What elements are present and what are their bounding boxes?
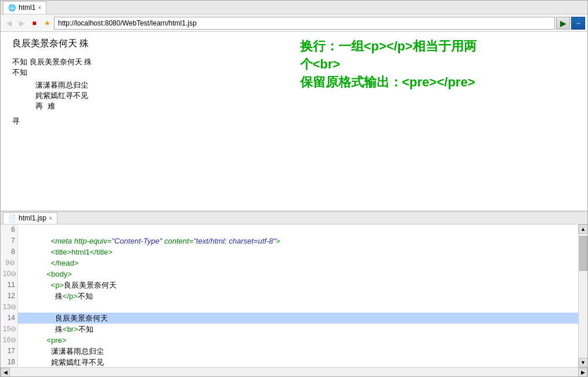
editor-tab-close[interactable]: × — [49, 215, 52, 222]
line-num-15: 15⊖ — [1, 324, 17, 335]
browser-content: 良辰美景奈何天 殊 不知 良辰美景奈何天 殊 不知 潇潇暮雨总归尘 姹紫嫣红寻不… — [12, 38, 576, 126]
p-tag: <p> — [46, 281, 64, 289]
body-tag: <body> — [46, 270, 71, 278]
code-line-16: 潇潇暮雨总归尘 — [18, 335, 578, 346]
editor-tab-bar: 📄 html1.jsp × — [1, 212, 587, 224]
line-num-12: 12 — [1, 291, 17, 302]
line-num-18: 18 — [1, 357, 17, 367]
address-bar[interactable] — [54, 17, 555, 30]
title-tag: <title>html1</title> — [46, 248, 112, 256]
forward-button[interactable]: ▶ — [16, 17, 27, 29]
pre-tag: <pre> — [46, 336, 66, 345]
line-num-14: 14 — [1, 313, 17, 324]
browser-left: 良辰美景奈何天 殊 不知 良辰美景奈何天 殊 不知 潇潇暮雨总归尘 姹紫嫣红寻不… — [12, 38, 288, 126]
pre-block: 潇潇暮雨总归尘 姹紫嫣红寻不见 再 难 — [35, 80, 288, 111]
p-close: </p> — [63, 292, 78, 300]
back-button[interactable]: ◀ — [3, 17, 15, 29]
tab-close-btn[interactable]: × — [38, 5, 41, 11]
code-area[interactable]: <meta http-equiv="Content-Type" content=… — [18, 224, 578, 367]
scroll-down-arrow[interactable]: ▼ — [579, 358, 588, 367]
editor-tab[interactable]: 📄 html1.jsp × — [3, 212, 57, 224]
editor-tab-label: html1.jsp — [19, 214, 46, 222]
vertical-scrollbar[interactable]: ▲ ▼ — [578, 224, 587, 367]
line17-text: 姹紫嫣红寻不见 — [46, 358, 103, 367]
editor-with-scroll: 6 7 8 9⊖ 10⊖ 11 12 13⊖ 14 15⊖ 16⊖ 17 18 — [1, 224, 587, 367]
ext-icon: → — [575, 19, 582, 27]
buzhi-text: 不知 — [78, 292, 93, 300]
annotation-line1: 换行：一组<p></p>相当于用两 — [300, 38, 576, 56]
line-num-16: 16⊖ — [1, 335, 17, 346]
line-num-8: 8 — [1, 246, 17, 258]
main-window: 🌐 html1 × ◀ ▶ ■ ★ ▶ → 良辰美景奈何天 殊 不知 良辰美景奈… — [0, 0, 588, 377]
browser-line1: 良辰美景奈何天 殊 — [12, 38, 288, 50]
pre-line2: 姹紫嫣红寻不见 — [35, 90, 288, 101]
line16-text: 潇潇暮雨总归尘 — [46, 347, 103, 356]
p-text: 良辰美景奈何天 — [64, 281, 117, 289]
toolbar: ◀ ▶ ■ ★ ▶ → — [1, 14, 587, 32]
external-button[interactable]: → — [571, 17, 585, 30]
code-line-15: <pre> — [18, 324, 578, 335]
scroll-up-arrow[interactable]: ▲ — [579, 224, 588, 234]
go-icon: ▶ — [560, 19, 567, 28]
browser-right: 换行：一组<p></p>相当于用两 个<br> 保留原格式输出：<pre></p… — [300, 38, 576, 126]
editor-pane: 📄 html1.jsp × 6 7 8 9⊖ 10⊖ 11 12 13⊖ 14 — [1, 212, 587, 376]
code-line-13: 良辰美景奈何天 — [18, 302, 578, 313]
pre-line3: 再 难 — [35, 101, 288, 111]
browser-preview: 良辰美景奈何天 殊 不知 良辰美景奈何天 殊 不知 潇潇暮雨总归尘 姹紫嫣红寻不… — [1, 32, 587, 212]
scroll-right-arrow[interactable]: ▶ — [578, 368, 587, 377]
line-num-11: 11 — [1, 280, 17, 291]
horizontal-scrollbar[interactable]: ◀ ▶ — [1, 367, 587, 376]
tab-bar: 🌐 html1 × — [1, 1, 587, 14]
annotation-line3: 保留原格式输出：<pre></pre> — [300, 74, 576, 92]
code-line-6: <meta http-equiv="Content-Type" content=… — [18, 224, 578, 235]
stop-button[interactable]: ■ — [28, 17, 40, 29]
p-block: 不知 良辰美景奈何天 殊 不知 — [12, 57, 288, 78]
line-num-17: 17 — [1, 346, 17, 357]
meta-tag: <meta http-equiv="Content-Type" content=… — [46, 237, 280, 245]
line-num-13: 13⊖ — [1, 302, 17, 313]
code-line-10: <p>良辰美景奈何天 — [18, 269, 578, 280]
annotation: 换行：一组<p></p>相当于用两 个<br> 保留原格式输出：<pre></p… — [300, 38, 576, 91]
code-line-9: <body> — [18, 258, 578, 269]
line11-text: 殊 — [46, 292, 62, 300]
line-numbers: 6 7 8 9⊖ 10⊖ 11 12 13⊖ 14 15⊖ 16⊖ 17 18 — [1, 224, 18, 367]
head-close-tag: </head> — [46, 259, 78, 267]
scroll-thumb[interactable] — [579, 236, 587, 271]
pre-line1: 潇潇暮雨总归尘 — [35, 80, 288, 90]
line-num-7: 7 — [1, 235, 17, 246]
scroll-left-arrow[interactable]: ◀ — [1, 368, 10, 377]
line-num-10: 10⊖ — [1, 269, 17, 280]
p-line2: 不知 — [12, 67, 288, 78]
code-line-12 — [18, 291, 578, 302]
xun-text: 寻 — [12, 116, 288, 126]
p-line1: 不知 良辰美景奈何天 殊 — [12, 57, 288, 67]
line-num-9: 9⊖ — [1, 258, 17, 269]
annotation-line2: 个<br> — [300, 56, 576, 74]
browser-tab[interactable]: 🌐 html1 × — [3, 1, 46, 14]
line13-text: 良辰美景奈何天 — [46, 314, 107, 322]
buzhi2-text: 不知 — [78, 325, 93, 334]
br-tag: <br> — [63, 325, 78, 334]
tab-label: html1 — [19, 3, 35, 12]
content-area: 良辰美景奈何天 殊 不知 良辰美景奈何天 殊 不知 潇潇暮雨总归尘 姹紫嫣红寻不… — [1, 32, 587, 376]
bookmark-button[interactable]: ★ — [41, 17, 53, 29]
line-num-6: 6 — [1, 224, 17, 235]
line14-text: 殊 — [46, 325, 62, 334]
go-button[interactable]: ▶ — [556, 17, 570, 30]
